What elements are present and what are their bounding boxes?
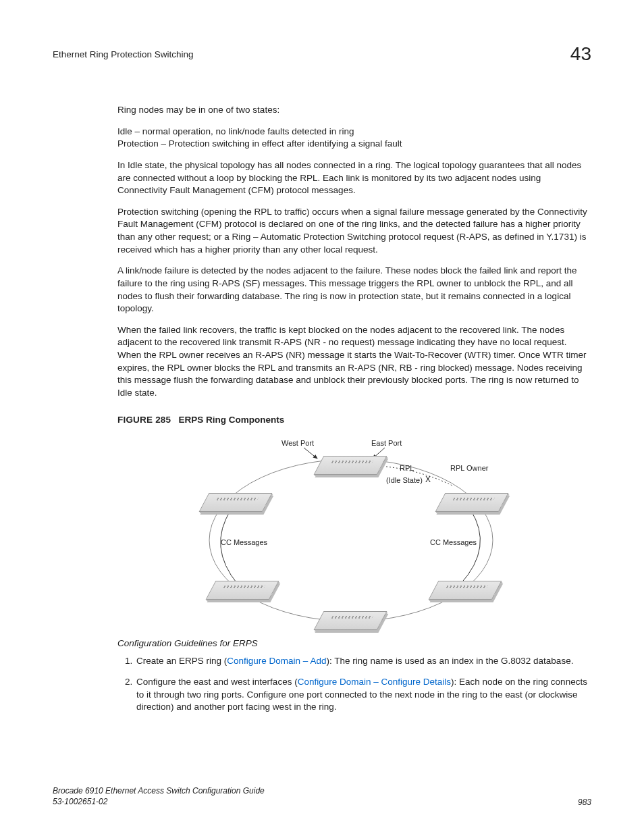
paragraph: Ring nodes may be in one of two states: (117, 104, 587, 117)
list-item-text-pre: Create an ERPS ring ( (136, 656, 227, 666)
list-item: Configure the east and west interfaces (… (135, 676, 587, 714)
paragraph: In Idle state, the physical topology has… (117, 159, 587, 197)
section-title: Ethernet Ring Protection Switching (53, 49, 194, 59)
label-rpl: RPL (400, 464, 414, 472)
footer-page-number: 983 (578, 798, 591, 807)
figure-diagram: West Port East Port RPL RPL Owner (Idle … (170, 429, 535, 631)
state-idle-line: Idle – normal operation, no link/node fa… (117, 126, 354, 136)
guidelines-list: Create an ERPS ring (Configure Domain – … (117, 655, 587, 714)
chapter-number: 43 (570, 43, 591, 65)
label-rpl-owner: RPL Owner (450, 464, 488, 472)
list-item: Create an ERPS ring (Configure Domain – … (135, 655, 587, 668)
page-footer: Brocade 6910 Ethernet Access Switch Conf… (53, 785, 591, 807)
switch-icon (435, 493, 509, 512)
paragraph: Idle – normal operation, no link/node fa… (117, 126, 587, 151)
footer-doc-title: Brocade 6910 Ethernet Access Switch Conf… (53, 785, 265, 796)
paragraph: When the failed link recovers, the traff… (117, 324, 587, 400)
link-configure-domain-add[interactable]: Configure Domain – Add (227, 656, 326, 666)
label-x: X (425, 475, 431, 484)
figure-title: ERPS Ring Components (179, 415, 285, 425)
figure-label: FIGURE 285 (117, 415, 171, 425)
body-content: Ring nodes may be in one of two states: … (117, 104, 587, 714)
switch-icon (429, 581, 502, 600)
list-item-text-pre: Configure the east and west interfaces ( (136, 677, 298, 687)
list-item-text-post: ): The ring name is used as an index in … (326, 656, 573, 666)
guidelines-heading: Configuration Guidelines for ERPS (117, 638, 587, 648)
running-header: Ethernet Ring Protection Switching 43 (53, 43, 591, 65)
paragraph: A link/node failure is detected by the n… (117, 265, 587, 315)
switch-icon (314, 456, 387, 475)
state-protection-line: Protection – Protection switching in eff… (117, 138, 402, 149)
label-idle-state: (Idle State) (386, 476, 423, 484)
paragraph: Protection switching (opening the RPL to… (117, 206, 587, 257)
switch-icon (199, 493, 273, 512)
link-configure-domain-details[interactable]: Configure Domain – Configure Details (298, 677, 451, 687)
label-cc-left: CC Messages (221, 538, 267, 546)
footer-doc-number: 53-1002651-02 (53, 796, 265, 807)
switch-icon (314, 611, 387, 630)
label-west-port: West Port (281, 439, 314, 447)
switch-icon (206, 581, 279, 600)
label-east-port: East Port (371, 439, 402, 447)
figure-caption: FIGURE 285 ERPS Ring Components (117, 415, 587, 425)
label-cc-right: CC Messages (430, 538, 477, 546)
